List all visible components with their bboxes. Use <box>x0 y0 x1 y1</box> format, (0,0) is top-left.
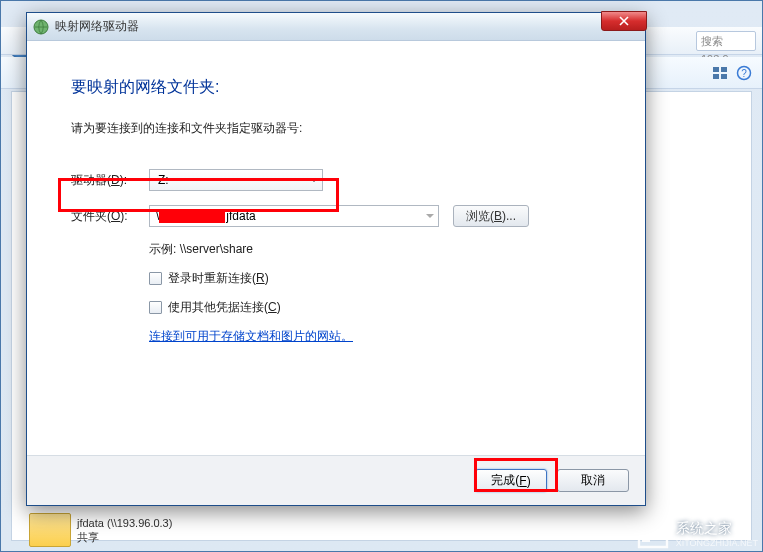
view-icon[interactable] <box>712 65 728 81</box>
dialog-footer: 完成(F) 取消 <box>27 455 645 505</box>
help-icon[interactable]: ? <box>736 65 752 81</box>
reconnect-label: 登录时重新连接(R) <box>168 270 269 287</box>
browse-button[interactable]: 浏览(B)... <box>453 205 529 227</box>
credentials-label: 使用其他凭据连接(C) <box>168 299 281 316</box>
folder-icon <box>29 513 71 547</box>
network-drive-icon <box>33 19 49 35</box>
folder-dropdown[interactable]: \jfdata <box>149 205 439 227</box>
svg-rect-2 <box>713 74 719 79</box>
credentials-row: 使用其他凭据连接(C) <box>149 299 601 316</box>
watermark: 系统之家 XITONGZHIJIA.NET <box>636 519 758 549</box>
dialog-heading: 要映射的网络文件夹: <box>71 77 601 98</box>
example-hint: 示例: \\server\share <box>149 241 601 258</box>
chevron-down-icon <box>310 176 318 184</box>
svg-text:?: ? <box>741 68 747 79</box>
reconnect-row: 登录时重新连接(R) <box>149 270 601 287</box>
folder-value: \jfdata <box>156 209 256 223</box>
house-icon <box>636 519 670 549</box>
dialog-title: 映射网络驱动器 <box>55 18 139 35</box>
close-button[interactable] <box>601 11 647 31</box>
drive-dropdown[interactable]: Z: <box>149 169 323 191</box>
storage-website-link[interactable]: 连接到可用于存储文档和图片的网站。 <box>149 328 601 345</box>
dialog-instruction: 请为要连接到的连接和文件夹指定驱动器号: <box>71 120 601 137</box>
svg-rect-3 <box>721 74 727 79</box>
folder-label: jfdata (\\193.96.0.3) 共享 <box>77 516 172 545</box>
credentials-checkbox[interactable] <box>149 301 162 314</box>
svg-rect-1 <box>721 67 727 72</box>
drive-row: 驱动器(D): Z: <box>71 169 601 191</box>
drive-label: 驱动器(D): <box>71 172 149 189</box>
map-network-drive-dialog: 映射网络驱动器 要映射的网络文件夹: 请为要连接到的连接和文件夹指定驱动器号: … <box>26 12 646 506</box>
dialog-titlebar[interactable]: 映射网络驱动器 <box>27 13 645 41</box>
cancel-button[interactable]: 取消 <box>557 469 629 492</box>
folder-label: 文件夹(O): <box>71 208 149 225</box>
finish-button[interactable]: 完成(F) <box>475 469 547 492</box>
dialog-body: 要映射的网络文件夹: 请为要连接到的连接和文件夹指定驱动器号: 驱动器(D): … <box>27 41 645 455</box>
search-input[interactable]: 搜索 193.9... <box>696 31 756 51</box>
redacted-text <box>159 210 225 223</box>
folder-item[interactable]: jfdata (\\193.96.0.3) 共享 <box>29 513 172 547</box>
svg-rect-0 <box>713 67 719 72</box>
chevron-down-icon <box>426 212 434 220</box>
folder-row: 文件夹(O): \jfdata 浏览(B)... <box>71 205 601 227</box>
drive-value: Z: <box>158 173 169 187</box>
reconnect-checkbox[interactable] <box>149 272 162 285</box>
